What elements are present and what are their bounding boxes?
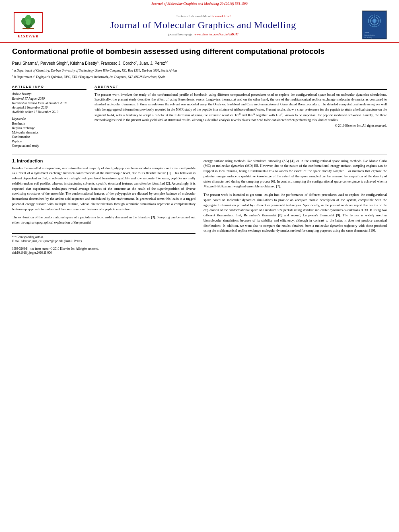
abstract-header: ABSTRACT bbox=[95, 85, 387, 90]
author-parvesh: Parvesh Singh bbox=[40, 61, 66, 66]
journal-name: Journal of Molecular Graphics and Modell… bbox=[44, 20, 362, 31]
revised-date: Received in revised form 28 October 2010 bbox=[12, 101, 86, 105]
svg-text:JMGM: JMGM bbox=[364, 31, 369, 33]
right-paragraph-1: energy surface using methods like simula… bbox=[204, 158, 387, 189]
journal-banner: ELSEVIER Contents lists available at Sci… bbox=[0, 7, 399, 43]
footnote-area: * * Corresponding author. E-mail address… bbox=[12, 233, 195, 255]
keyword-6: Computational study bbox=[12, 144, 86, 148]
article-info-col: ARTICLE INFO Article history: Received 1… bbox=[12, 85, 86, 148]
keyword-3: Molecular dynamics bbox=[12, 131, 86, 134]
accepted-date: Accepted 9 November 2010 bbox=[12, 106, 86, 109]
homepage-url: www.elsevier.com/locate/JMGM bbox=[194, 32, 239, 36]
journal-header: Journal of Molecular Graphics and Modell… bbox=[0, 0, 399, 7]
right-paragraph-2: The present work is intended to get some… bbox=[204, 192, 387, 233]
svg-rect-6 bbox=[23, 28, 34, 29]
journal-homepage: journal homepage: www.elsevier.com/locat… bbox=[44, 32, 362, 36]
author-juan: Juan. J. Perez bbox=[139, 61, 165, 66]
journal-citation: Journal of Molecular Graphics and Modell… bbox=[152, 2, 248, 6]
svg-text:Molecular Graphics: Molecular Graphics bbox=[364, 35, 375, 36]
history-title: Article history: bbox=[12, 92, 86, 96]
elsevier-brand-text: ELSEVIER bbox=[18, 34, 39, 38]
journal-cover-image: JMGM Molecular Graphics and Modelling bbox=[362, 10, 387, 39]
sciencedirect-line: Contents lists available at ScienceDirec… bbox=[44, 14, 362, 18]
available-date: Available online 17 November 2010 bbox=[12, 110, 86, 114]
footnote-star: * * Corresponding author. bbox=[12, 235, 195, 240]
received-date: Received 17 August 2010 bbox=[12, 97, 86, 101]
article-body: Conformational profile of bombesin asses… bbox=[0, 43, 399, 263]
keyword-4: Conformation bbox=[12, 135, 86, 139]
article-info-header: ARTICLE INFO bbox=[12, 85, 86, 90]
intro-paragraph-1: Besides the so-called mini-proteins, in … bbox=[12, 166, 195, 212]
section1-title: 1. Introduction bbox=[12, 158, 195, 163]
keywords-title: Keywords: bbox=[12, 117, 86, 121]
section-divider bbox=[12, 154, 387, 154]
sciencedirect-link: ScienceDirect bbox=[212, 14, 230, 18]
footnote-email: E-mail address: juan.jesus.perez@upc.edu… bbox=[12, 239, 195, 244]
copyright-notice: © 2010 Elsevier Inc. All rights reserved… bbox=[95, 124, 387, 127]
info-abstract-section: ARTICLE INFO Article history: Received 1… bbox=[12, 85, 387, 148]
author-francesc: Francesc J. Corcho bbox=[101, 61, 136, 66]
footnote-issn: 1093-3263/$ – see front matter © 2010 El… bbox=[12, 247, 195, 251]
article-title: Conformational profile of bombesin asses… bbox=[12, 47, 387, 57]
right-column: energy surface using methods like simula… bbox=[204, 158, 387, 255]
svg-point-5 bbox=[26, 19, 31, 25]
affiliations: a a Department of Chemistry, Durban Univ… bbox=[12, 67, 387, 79]
article-history: Article history: Received 17 August 2010… bbox=[12, 92, 86, 114]
elsevier-logo-image bbox=[14, 12, 43, 33]
keyword-1: Bombesin bbox=[12, 122, 86, 125]
keyword-5: Peptide bbox=[12, 140, 86, 143]
abstract-col: ABSTRACT The present work involves the s… bbox=[95, 85, 387, 148]
affiliation-b: b b Department d' Enginyeria Química, UP… bbox=[12, 74, 387, 79]
author-krishna: Krishna Bisetty bbox=[70, 61, 97, 66]
affiliation-a: a a Department of Chemistry, Durban Univ… bbox=[12, 67, 387, 73]
footnote-issn-area: 1093-3263/$ – see front matter © 2010 El… bbox=[12, 247, 195, 255]
left-column: 1. Introduction Besides the so-called mi… bbox=[12, 158, 195, 255]
journal-title-block: Contents lists available at ScienceDirec… bbox=[44, 14, 362, 36]
svg-text:and Modelling: and Modelling bbox=[364, 37, 372, 39]
elsevier-logo-block: ELSEVIER bbox=[12, 12, 44, 38]
author-parul: Parul Sharma bbox=[12, 61, 37, 66]
main-content: 1. Introduction Besides the so-called mi… bbox=[12, 158, 387, 255]
keyword-2: Replica exchange bbox=[12, 126, 86, 130]
abstract-text: The present work involves the study of t… bbox=[95, 92, 387, 123]
authors-line: Parul Sharmaa, Parvesh Singha, Krishna B… bbox=[12, 61, 387, 66]
footnote-doi: doi:10.1016/j.jmgm.2010.11.006 bbox=[12, 251, 195, 255]
intro-paragraph-2: The exploration of the conformational sp… bbox=[12, 215, 195, 225]
keywords-section: Keywords: Bombesin Replica exchange Mole… bbox=[12, 117, 86, 148]
